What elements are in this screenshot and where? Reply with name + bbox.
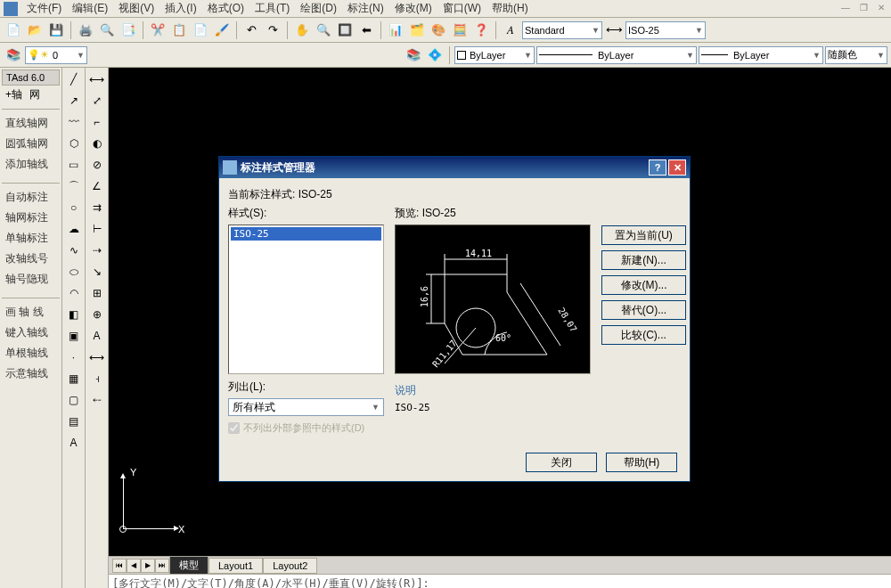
save-icon[interactable]: 💾 <box>46 20 66 40</box>
dim-diameter-icon[interactable]: ⊘ <box>87 155 107 175</box>
compare-button[interactable]: 比较(C)... <box>601 325 686 345</box>
sidebar-item-grid-dim[interactable]: 轴网标注 <box>2 208 60 228</box>
sidebar-item-change-num[interactable]: 改轴线号 <box>2 249 60 269</box>
sidebar-item-add-axis[interactable]: 添加轴线 <box>2 154 60 175</box>
layer-previous-icon[interactable]: 📚 <box>404 45 423 65</box>
style-item[interactable]: ISO-25 <box>231 227 381 241</box>
tab-layout1[interactable]: Layout1 <box>208 558 263 574</box>
menu-insert[interactable]: 插入(I) <box>159 0 201 18</box>
menu-view[interactable]: 视图(V) <box>113 0 159 18</box>
zoom-realtime-icon[interactable]: 🔍 <box>314 20 333 40</box>
plot-style-dropdown[interactable]: 随颜色▼ <box>825 46 887 64</box>
dim-update-icon[interactable]: ⫞ <box>87 369 107 388</box>
make-block-icon[interactable]: ▣ <box>64 326 84 346</box>
dim-style-icon[interactable]: ⟷ <box>604 20 624 40</box>
layer-states-icon[interactable]: 💠 <box>425 45 445 65</box>
sidebar-item-linear-grid[interactable]: 直线轴网 <box>2 113 60 134</box>
sidebar-item-single-axis[interactable]: 单根轴线 <box>2 343 60 363</box>
insert-block-icon[interactable]: ◧ <box>64 305 84 324</box>
tab-prev-icon[interactable]: ◀ <box>127 559 141 573</box>
linetype-dropdown[interactable]: ByLayer▼ <box>536 46 697 64</box>
dialog-close-icon[interactable]: ✕ <box>668 159 686 176</box>
arc-icon[interactable]: ⌒ <box>64 176 84 196</box>
menu-file[interactable]: 文件(F) <box>21 0 67 18</box>
override-button[interactable]: 替代(O)... <box>601 300 686 320</box>
sidebar-item-draw-axis[interactable]: 画 轴 线 <box>2 302 60 323</box>
region-icon[interactable]: ▢ <box>64 390 84 410</box>
styles-listbox[interactable]: ISO-25 <box>228 225 384 374</box>
xline-icon[interactable]: ↗ <box>64 91 84 110</box>
dialog-titlebar[interactable]: 标注样式管理器 ? ✕ <box>219 157 690 178</box>
hatch-icon[interactable]: ▦ <box>64 369 84 388</box>
table-icon[interactable]: ▤ <box>64 412 84 431</box>
dialog-help-icon[interactable]: ? <box>649 159 666 176</box>
spline-icon[interactable]: ∿ <box>64 241 84 260</box>
dim-tolerance-icon[interactable]: ⊞ <box>87 283 107 303</box>
menu-dimension[interactable]: 标注(N) <box>342 0 389 18</box>
ellipse-icon[interactable]: ⬭ <box>64 262 84 282</box>
tab-model[interactable]: 模型 <box>169 556 208 575</box>
publish-icon[interactable]: 📑 <box>119 20 138 40</box>
plot-preview-icon[interactable]: 🔍 <box>97 20 117 40</box>
revcloud-icon[interactable]: ☁ <box>64 219 84 239</box>
lineweight-dropdown[interactable]: ByLayer▼ <box>699 46 823 64</box>
mtext-icon[interactable]: A <box>64 433 84 453</box>
text-style-dropdown[interactable]: Standard▼ <box>522 21 602 39</box>
menu-help[interactable]: 帮助(H) <box>486 0 534 18</box>
new-button[interactable]: 新建(N)... <box>601 250 686 270</box>
paste-icon[interactable]: 📄 <box>191 20 210 40</box>
dim-leader-icon[interactable]: ↘ <box>87 262 107 282</box>
menu-window[interactable]: 窗口(W) <box>437 0 486 18</box>
match-prop-icon[interactable]: 🖌️ <box>212 20 232 40</box>
pan-icon[interactable]: ✋ <box>292 20 312 40</box>
zoom-window-icon[interactable]: 🔲 <box>335 20 355 40</box>
cut-icon[interactable]: ✂️ <box>148 20 168 40</box>
zoom-prev-icon[interactable]: ⬅ <box>356 20 376 40</box>
dim-baseline-icon[interactable]: ⊢ <box>87 219 107 239</box>
polygon-icon[interactable]: ⬡ <box>64 134 84 153</box>
tab-layout2[interactable]: Layout2 <box>263 558 317 574</box>
list-dropdown[interactable]: 所有样式▼ <box>228 398 384 416</box>
panel-net-label[interactable]: 网 <box>29 87 40 102</box>
dim-aligned-icon[interactable]: ⤢ <box>87 91 107 110</box>
menu-edit[interactable]: 编辑(E) <box>67 0 113 18</box>
dim-radius-icon[interactable]: ◐ <box>87 134 107 153</box>
dim-edit-icon[interactable]: A <box>87 326 107 346</box>
dim-coord-icon[interactable]: ⌐ <box>87 112 107 132</box>
help-icon[interactable]: ❓ <box>471 20 491 40</box>
layer-manager-icon[interactable]: 📚 <box>4 45 23 65</box>
tab-first-icon[interactable]: ⏮ <box>112 559 127 573</box>
sidebar-item-indicate-axis[interactable]: 示意轴线 <box>2 363 60 384</box>
design-center-icon[interactable]: 🗂️ <box>407 20 427 40</box>
minimize-icon[interactable]: — <box>839 3 852 15</box>
menu-draw[interactable]: 绘图(D) <box>295 0 342 18</box>
modify-button[interactable]: 修改(M)... <box>601 275 686 295</box>
command-line[interactable]: [多行文字(M)/文字(T)/角度(A)/水平(H)/垂直(V)/旋转(R)]:… <box>109 574 891 588</box>
undo-icon[interactable]: ↶ <box>241 20 261 40</box>
restore-icon[interactable]: ❐ <box>857 3 870 15</box>
sidebar-item-arc-grid[interactable]: 圆弧轴网 <box>2 134 60 154</box>
plot-icon[interactable]: 🖨️ <box>76 20 95 40</box>
point-icon[interactable]: · <box>64 347 84 367</box>
set-current-button[interactable]: 置为当前(U) <box>601 225 686 245</box>
layer-dropdown[interactable]: 💡☀0▼ <box>25 46 87 64</box>
new-file-icon[interactable]: 📄 <box>4 20 23 40</box>
menu-tools[interactable]: 工具(T) <box>249 0 295 18</box>
menu-format[interactable]: 格式(O) <box>202 0 249 18</box>
dim-angular-icon[interactable]: ∠ <box>87 176 107 196</box>
polyline-icon[interactable]: 〰 <box>64 112 84 132</box>
ellipse-arc-icon[interactable]: ◠ <box>64 283 84 303</box>
circle-icon[interactable]: ○ <box>64 198 84 217</box>
dim-center-icon[interactable]: ⊕ <box>87 305 107 324</box>
sidebar-item-auto-dim[interactable]: 自动标注 <box>2 187 60 208</box>
dim-quick-icon[interactable]: ⇉ <box>87 198 107 217</box>
dim-style-dropdown[interactable]: ISO-25▼ <box>625 21 706 39</box>
sidebar-item-input-axis[interactable]: 键入轴线 <box>2 323 60 343</box>
line-icon[interactable]: ╱ <box>64 69 84 89</box>
menu-modify[interactable]: 修改(M) <box>389 0 437 18</box>
dim-continue-icon[interactable]: ⇢ <box>87 241 107 260</box>
sidebar-item-single-dim[interactable]: 单轴标注 <box>2 228 60 249</box>
redo-icon[interactable]: ↷ <box>263 20 282 40</box>
panel-axis-label[interactable]: +轴 <box>5 87 22 102</box>
tab-last-icon[interactable]: ⏭ <box>155 559 169 573</box>
